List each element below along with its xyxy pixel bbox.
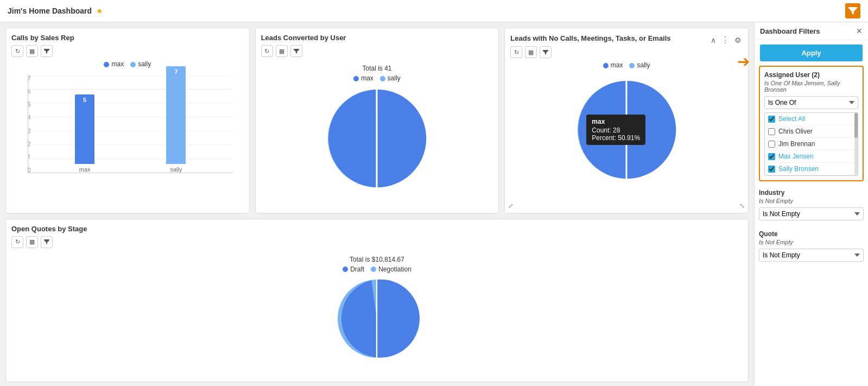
legend-leads-max: max [353,74,373,82]
widget-calls-by-sales-rep: Calls by Sales Rep ↻ ▦ max sally 0 1 2 [5,28,250,213]
filter-quote: Quote Is Not Empty Is Not Empty Is Empty [759,228,864,264]
filter-operator-industry[interactable]: Is Not Empty Is Empty [759,207,864,220]
dashboard-title: Jim's Home Dashboard [8,7,92,15]
filter-label-industry: Industry [759,189,864,197]
checkbox-max[interactable] [768,153,775,160]
legend-open-quotes: Draft Negotiation [343,265,411,273]
widget-leads-converted: Leads Converted by User ↻ ▦ Total is 41 … [255,28,499,213]
checkbox-label-chris: Chris Oliver [778,128,813,135]
filter-button-open-quotes[interactable] [41,236,53,248]
table-button-leads[interactable]: ▦ [276,45,288,57]
pie-slice-draft [341,279,420,357]
filter-icon-calls [44,49,49,54]
sidebar-filters: Dashboard Filters ✕ Apply Assigned User … [754,22,868,386]
widget-title-leads-converted: Leads Converted by User [261,34,493,42]
checkbox-item-max: Max Jensen [765,150,858,163]
widget-title-open-quotes: Open Quotes by Stage [11,225,743,233]
checkbox-item-select-all: Select All [765,113,858,125]
more-options-icon[interactable]: ⋮ [720,34,731,46]
legend-dot-max [104,62,109,67]
legend-sally: sally [130,60,151,68]
pie-container-open-quotes: Total is $10,814.67 Draft Negotiation [11,251,743,366]
refresh-button-open-quotes[interactable]: ↻ [11,236,23,248]
widget-header-icons: ∧ ⋮ ⚙ [709,34,743,46]
pie-total-open-quotes: Total is $10,814.67 [350,256,404,263]
checkbox-list-assigned-user: Select All Chris Oliver Jim Brennan Max … [764,112,858,176]
checkbox-select-all[interactable] [768,116,775,123]
checkbox-label-sally: Sally Bronsen [778,165,819,173]
top-bar: Jim's Home Dashboard ★ [0,0,868,22]
widget-toolbar-leads-no-calls: ↻ ▦ [510,46,743,58]
table-button-calls[interactable]: ▦ [26,45,38,57]
refresh-button-leads[interactable]: ↻ [261,45,273,57]
settings-gear-icon[interactable]: ⚙ [733,35,743,46]
pie-container-leads: Total is 41 max sally [261,60,493,197]
legend-leads: max sally [353,74,401,82]
checkbox-item-chris: Chris Oliver [765,125,858,138]
sidebar-title-row: Dashboard Filters ✕ [755,22,868,40]
bar-chart-calls: 0 1 2 3 4 5 6 7 [11,70,244,189]
pie-chart-leads-no-calls [572,75,681,184]
checkbox-sally[interactable] [768,166,775,173]
chevron-up-icon[interactable]: ∧ [709,35,717,46]
bar-sally-label: 7 [174,66,178,75]
filter-button-leads-no-calls[interactable] [540,46,552,58]
bar-sally-xlabel: sally [170,166,182,173]
bar-group-sally: 7 sally [166,66,186,173]
pie-container-leads-no-calls: max Count: 28 Percent: 50.91% [510,71,743,188]
checkbox-item-jim: Jim Brennan [765,138,858,150]
checkbox-chris[interactable] [768,128,775,135]
checkbox-item-sally: Sally Bronsen [765,163,858,175]
filter-assigned-user: Assigned User (2) Is One Of Max Jensen, … [759,66,864,181]
dashboard-area: Calls by Sales Rep ↻ ▦ max sally 0 1 2 [0,22,754,386]
filter-button-leads[interactable] [290,45,302,57]
bar-chart-inner: 5 max 7 sally [28,75,233,173]
top-filter-button[interactable] [845,3,860,18]
filter-operator-assigned-user[interactable]: Is One Of Is Not One Of Empty Not Empty [764,96,858,109]
bar-max-label: 5 [83,94,86,103]
table-button-leads-no-calls[interactable]: ▦ [525,46,537,58]
legend-draft: Draft [343,265,364,273]
legend-calls: max sally [11,60,244,68]
bar-group-max: 5 max [75,94,94,173]
checkbox-label-select-all: Select All [778,115,805,123]
legend-leads-no-calls-sally: sally [629,61,650,69]
filter-icon-open-quotes [44,239,49,244]
legend-leads-sally: sally [380,74,401,82]
filter-sublabel-quote: Is Not Empty [759,239,864,245]
filter-icon [848,7,857,15]
pie-chart-open-quotes [333,275,420,362]
checkbox-label-max: Max Jensen [778,153,814,160]
refresh-button-calls[interactable]: ↻ [11,45,23,57]
bar-sally: 7 [166,66,186,164]
widget-title-calls: Calls by Sales Rep [11,34,244,42]
filter-sublabel-assigned-user: Is One Of Max Jensen, Sally Bronsen [764,80,858,93]
widget-open-quotes: Open Quotes by Stage ↻ ▦ Total is $10,81… [5,219,749,383]
legend-leads-no-calls: max sally [510,61,743,69]
widget-header-leads-no-calls: Leads with No Calls, Meetings, Tasks, or… [510,34,743,46]
gridlines-svg [28,75,233,173]
scrollbar-thumb [854,113,858,138]
table-button-open-quotes[interactable]: ▦ [26,236,38,248]
filter-icon-leads-no-calls [543,50,548,55]
filter-sublabel-industry: Is Not Empty [759,198,864,204]
filter-label-assigned-user: Assigned User (2) [764,71,858,79]
filter-label-quote: Quote [759,230,864,238]
legend-dot-sally [130,62,136,67]
filter-industry: Industry Is Not Empty Is Not Empty Is Em… [759,187,864,223]
sidebar-title: Dashboard Filters [760,27,820,35]
filter-operator-quote[interactable]: Is Not Empty Is Empty [759,249,864,262]
apply-button[interactable]: Apply [760,45,863,61]
sidebar-close-button[interactable]: ✕ [856,27,863,35]
legend-negotiation: Negotiation [371,265,411,273]
filter-button-calls[interactable] [41,45,53,57]
pie-total-leads: Total is 41 [362,65,391,72]
filter-icon-leads [294,49,299,54]
checkbox-jim[interactable] [768,141,775,148]
favorite-star-icon[interactable]: ★ [96,7,103,15]
refresh-button-leads-no-calls[interactable]: ↻ [510,46,522,58]
expand-button[interactable]: ⤡ [739,202,745,210]
pie-chart-leads [322,84,431,193]
expand-tl-button[interactable]: ⤢ [508,202,514,210]
widget-title-leads-no-calls: Leads with No Calls, Meetings, Tasks, or… [510,34,670,42]
